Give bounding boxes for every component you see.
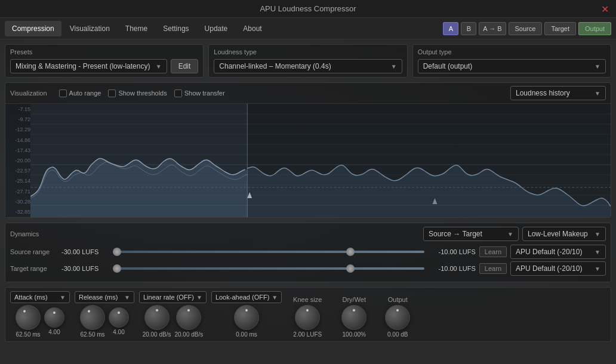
target-range-left-value: -30.00 LUFS xyxy=(61,265,109,272)
look-ahead-knob-dot xyxy=(245,309,248,311)
loudness-type-value: Channel-linked – Momentary (0.4s) xyxy=(219,62,331,70)
auto-range-checkbox[interactable]: Auto range xyxy=(59,90,101,97)
attack-dropdown[interactable]: Attack (ms) ▼ xyxy=(10,291,70,303)
linear-rate-knob-1-value: 20.00 dB/s xyxy=(143,331,171,338)
show-thresholds-label: Show thresholds xyxy=(118,90,167,97)
release-knob-2-value: 4.00 xyxy=(113,329,124,335)
release-knob-2-dot xyxy=(118,311,120,314)
app-title: APU Loudness Compressor xyxy=(260,4,356,13)
show-thresholds-check xyxy=(108,90,116,97)
source-range-track xyxy=(113,251,424,253)
release-knob-1[interactable] xyxy=(75,300,109,334)
close-button[interactable]: ✕ xyxy=(601,3,609,14)
main-content: Presets Mixing & Mastering - Present (lo… xyxy=(0,39,616,364)
target-range-track xyxy=(113,267,424,270)
show-transfer-checkbox[interactable]: Show transfer xyxy=(174,90,225,97)
y-label-10: -32.85 xyxy=(8,209,30,215)
source-range-thumb-left[interactable] xyxy=(113,248,121,256)
linear-rate-knob-2-dot xyxy=(187,309,190,311)
nav-settings[interactable]: Settings xyxy=(156,21,196,36)
source-range-right-value: -10.00 LUFS xyxy=(428,248,476,255)
dynamics-title: Dynamics xyxy=(10,230,423,237)
source-range-thumb-right[interactable] xyxy=(346,248,355,256)
loudness-history-arrow: ▼ xyxy=(595,90,600,97)
release-label: Release (ms) xyxy=(79,294,118,301)
target-range-label: Target range xyxy=(10,265,58,272)
source-target-value: Source → Target xyxy=(429,230,482,238)
y-label-4: -17.43 xyxy=(8,147,30,153)
output-knob[interactable] xyxy=(385,305,410,330)
show-thresholds-checkbox[interactable]: Show thresholds xyxy=(108,90,167,97)
knobs-area: Attack (ms) ▼ 62.50 ms 4.00 xyxy=(5,287,611,342)
loudness-history-value: Loudness history xyxy=(516,89,570,97)
attack-knob-1[interactable] xyxy=(11,300,45,334)
look-ahead-knob[interactable] xyxy=(234,305,259,330)
show-transfer-check xyxy=(174,90,182,97)
dynamics-controls: Source → Target ▼ Low-Level Makeup ▼ xyxy=(423,227,606,241)
loudness-history-dropdown[interactable]: Loudness history ▼ xyxy=(510,86,606,100)
y-label-6: -22.57 xyxy=(8,168,30,174)
loudness-type-dropdown[interactable]: Channel-linked – Momentary (0.4s) ▼ xyxy=(214,59,402,73)
viz-header: Visualization Auto range Show thresholds… xyxy=(5,83,611,104)
look-ahead-dropdown[interactable]: Look-ahead (OFF) ▼ xyxy=(211,291,282,303)
look-ahead-label: Look-ahead (OFF) xyxy=(215,294,269,301)
source-tab[interactable]: Source xyxy=(509,22,543,35)
source-range-fill xyxy=(113,251,424,253)
dry-wet-knob[interactable] xyxy=(341,305,366,330)
preset-dropdown[interactable]: Mixing & Mastering - Present (low-latenc… xyxy=(10,59,167,73)
preset-dropdown-arrow: ▼ xyxy=(156,63,162,70)
linear-rate-knob-2[interactable] xyxy=(176,305,201,330)
linear-rate-label: Linear rate (OFF) xyxy=(143,294,194,301)
edit-button[interactable]: Edit xyxy=(171,59,199,73)
nav-compression[interactable]: Compression xyxy=(5,21,61,36)
output-knob-value: 0.00 dB xyxy=(387,331,408,338)
source-preset-dropdown[interactable]: APU Default (-20/10) ▼ xyxy=(510,245,606,259)
source-range-row: Source range -30.00 LUFS -10.00 LUFS Lea… xyxy=(10,245,606,259)
release-knob-1-dot xyxy=(87,310,90,313)
loudness-type-arrow: ▼ xyxy=(391,63,397,70)
nav-visualization[interactable]: Visualization xyxy=(63,21,117,36)
target-range-right-value: -10.00 LUFS xyxy=(428,265,476,272)
release-knob-1-value: 62.50 ms xyxy=(80,331,104,338)
attack-knob-2[interactable] xyxy=(44,307,64,328)
linear-rate-dropdown[interactable]: Linear rate (OFF) ▼ xyxy=(139,291,207,303)
title-bar: APU Loudness Compressor ✕ xyxy=(0,0,616,18)
target-range-thumb-right[interactable] xyxy=(346,264,355,273)
dry-wet-label: Dry/Wet xyxy=(343,296,366,303)
presets-label: Presets xyxy=(10,48,198,55)
source-range-label: Source range xyxy=(10,248,58,255)
level-mode-dropdown[interactable]: Low-Level Makeup ▼ xyxy=(522,227,606,241)
output-type-dropdown[interactable]: Default (output) ▼ xyxy=(418,59,606,73)
target-preset-dropdown[interactable]: APU Default (-20/10) ▼ xyxy=(510,261,606,276)
nav-update[interactable]: Update xyxy=(198,21,235,36)
attack-knob-2-value: 4.00 xyxy=(48,329,60,335)
dynamics-section: Dynamics Source → Target ▼ Low-Level Mak… xyxy=(5,223,611,282)
source-learn-button[interactable]: Learn xyxy=(479,246,507,257)
attack-knob-1-value: 62.50 ms xyxy=(16,331,40,338)
output-tab[interactable]: Output xyxy=(578,22,611,35)
source-target-dropdown[interactable]: Source → Target ▼ xyxy=(423,227,519,241)
source-range-slider[interactable] xyxy=(113,247,424,257)
target-range-thumb-left[interactable] xyxy=(113,264,121,273)
target-tab[interactable]: Target xyxy=(544,22,576,35)
linear-rate-knob-1[interactable] xyxy=(144,305,170,330)
source-range-left-value: -30.00 LUFS xyxy=(61,248,109,255)
release-dropdown[interactable]: Release (ms) ▼ xyxy=(75,291,134,303)
knee-size-knob[interactable] xyxy=(295,305,320,330)
target-range-slider[interactable] xyxy=(113,264,424,273)
y-label-3: -14.86 xyxy=(8,137,30,143)
top-section: Presets Mixing & Mastering - Present (lo… xyxy=(5,44,611,78)
viz-title: Visualization xyxy=(10,90,47,97)
dry-wet-knob-value: 100.00% xyxy=(343,331,366,338)
nav-theme[interactable]: Theme xyxy=(118,21,155,36)
y-label-7: -25.14 xyxy=(8,178,30,184)
target-learn-button[interactable]: Learn xyxy=(479,263,507,274)
knee-size-knob-dot xyxy=(306,309,309,311)
release-knob-2[interactable] xyxy=(109,307,129,328)
b-button[interactable]: B xyxy=(461,22,476,35)
a-button[interactable]: A xyxy=(443,22,458,35)
ab-copy-button[interactable]: A → B xyxy=(479,22,506,35)
nav-about[interactable]: About xyxy=(236,21,269,36)
attack-knob-1-dot xyxy=(23,310,26,313)
y-label-1: -9.72 xyxy=(8,116,30,122)
